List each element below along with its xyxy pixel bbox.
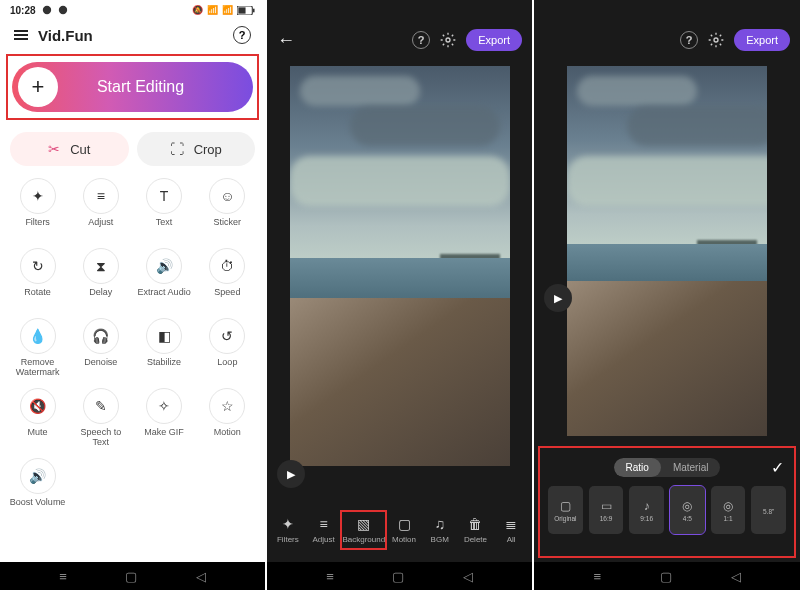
tool-denoise[interactable]: 🎧Denoise bbox=[71, 318, 130, 378]
tool-text[interactable]: TText bbox=[135, 178, 194, 238]
wifi-icon: 📶 bbox=[207, 5, 218, 15]
stabilize-icon: ◧ bbox=[146, 318, 182, 354]
tool-extract-audio[interactable]: 🔊Extract Audio bbox=[135, 248, 194, 308]
gear-icon[interactable] bbox=[440, 32, 456, 48]
recent-apps-button[interactable]: ≡ bbox=[593, 569, 601, 584]
back-arrow-button[interactable]: ← bbox=[277, 30, 295, 51]
ratio-material-tabs: Ratio Material ✓ bbox=[546, 454, 788, 480]
tool-motion[interactable]: ☆Motion bbox=[198, 388, 257, 448]
toolbar-adjust[interactable]: ≡Adjust bbox=[307, 512, 341, 548]
recent-apps-button[interactable]: ≡ bbox=[59, 569, 67, 584]
tool-sticker[interactable]: ☺Sticker bbox=[198, 178, 257, 238]
editor-header: ← ? Export bbox=[267, 20, 532, 60]
crop-button[interactable]: ⛶ Crop bbox=[137, 132, 256, 166]
tool-mute[interactable]: 🔇Mute bbox=[8, 388, 67, 448]
ratio-options: ▢Original ▭16:9 ♪9:16 ◎4:5 ◎1:1 5.8" bbox=[546, 486, 788, 534]
home-button[interactable]: ▢ bbox=[392, 569, 404, 584]
editor-header: ← ? Export bbox=[534, 20, 800, 60]
svg-point-6 bbox=[714, 38, 718, 42]
rotate-icon: ↻ bbox=[20, 248, 56, 284]
home-button[interactable]: ▢ bbox=[125, 569, 137, 584]
droplet-cross-icon: 💧 bbox=[20, 318, 56, 354]
tool-stabilize[interactable]: ◧Stabilize bbox=[135, 318, 194, 378]
svg-rect-4 bbox=[253, 8, 255, 12]
back-button[interactable]: ◁ bbox=[196, 569, 206, 584]
gif-icon: ✧ bbox=[146, 388, 182, 424]
ratio-9-16[interactable]: ♪9:16 bbox=[629, 486, 664, 534]
home-button[interactable]: ▢ bbox=[660, 569, 672, 584]
help-icon[interactable]: ? bbox=[680, 31, 698, 49]
headphones-icon: 🎧 bbox=[83, 318, 119, 354]
tool-delay[interactable]: ⧗Delay bbox=[71, 248, 130, 308]
tab-ratio[interactable]: Ratio bbox=[614, 458, 661, 477]
tool-speech-to-text[interactable]: ✎Speech to Text bbox=[71, 388, 130, 448]
gear-icon[interactable] bbox=[708, 32, 724, 48]
toolbar-filters[interactable]: ✦Filters bbox=[271, 512, 305, 548]
delete-icon: 🗑 bbox=[468, 516, 482, 532]
confirm-check-button[interactable]: ✓ bbox=[771, 458, 784, 477]
cut-button[interactable]: ✂ Cut bbox=[10, 132, 129, 166]
scissors-icon: ✂ bbox=[48, 141, 60, 157]
signal-icon: 📶 bbox=[222, 5, 233, 15]
toolbar-delete[interactable]: 🗑Delete bbox=[459, 512, 493, 548]
instagram-icon: ◎ bbox=[682, 499, 692, 513]
video-preview[interactable] bbox=[567, 66, 767, 436]
tool-rotate[interactable]: ↻Rotate bbox=[8, 248, 67, 308]
app-header: Vid.Fun ? bbox=[0, 20, 265, 50]
tool-remove-watermark[interactable]: 💧Remove Watermark bbox=[8, 318, 67, 378]
svg-point-5 bbox=[446, 38, 450, 42]
motion-icon: ▢ bbox=[398, 516, 411, 532]
video-preview[interactable] bbox=[290, 66, 510, 466]
export-button[interactable]: Export bbox=[466, 29, 522, 51]
plus-icon: + bbox=[18, 67, 58, 107]
toolbar-all[interactable]: ≣All bbox=[494, 512, 528, 548]
cut-crop-row: ✂ Cut ⛶ Crop bbox=[0, 124, 265, 174]
tool-filters[interactable]: ✦Filters bbox=[8, 178, 67, 238]
toolbar-motion[interactable]: ▢Motion bbox=[387, 512, 421, 548]
start-editing-button[interactable]: + Start Editing bbox=[12, 62, 253, 112]
panel-editor-ratio: ← ? Export ▶ Ratio Material ✓ bbox=[534, 0, 800, 590]
ratio-original[interactable]: ▢Original bbox=[548, 486, 583, 534]
app-title: Vid.Fun bbox=[38, 27, 93, 44]
list-icon: ≣ bbox=[505, 516, 517, 532]
background-icon: ▧ bbox=[357, 516, 370, 532]
ratio-4-5[interactable]: ◎4:5 bbox=[670, 486, 705, 534]
status-time: 10:28 bbox=[10, 5, 36, 16]
sliders-icon: ≡ bbox=[83, 178, 119, 214]
export-button[interactable]: Export bbox=[734, 29, 790, 51]
svg-point-0 bbox=[42, 6, 50, 14]
help-icon[interactable]: ? bbox=[233, 26, 251, 44]
tool-loop[interactable]: ↺Loop bbox=[198, 318, 257, 378]
toolbar-bgm[interactable]: ♫BGM bbox=[423, 512, 457, 548]
crop-icon: ⛶ bbox=[170, 141, 184, 157]
toolbar-background[interactable]: ▧Background bbox=[342, 512, 385, 548]
svg-point-1 bbox=[58, 6, 66, 14]
status-bar bbox=[534, 0, 800, 20]
highlight-box-ratio: Ratio Material ✓ ▢Original ▭16:9 ♪9:16 ◎… bbox=[538, 446, 796, 558]
instagram-icon: ◎ bbox=[723, 499, 733, 513]
ratio-1-1[interactable]: ◎1:1 bbox=[711, 486, 746, 534]
play-button[interactable]: ▶ bbox=[277, 460, 305, 488]
menu-icon[interactable] bbox=[14, 30, 28, 40]
ratio-5-8[interactable]: 5.8" bbox=[751, 486, 786, 534]
panel-editor-background: ← ? Export ▶ ✦Filters ≡Adjust ▧Backgroun… bbox=[267, 0, 532, 590]
back-button[interactable]: ◁ bbox=[731, 569, 741, 584]
battery-icon bbox=[237, 6, 255, 15]
back-button[interactable]: ◁ bbox=[463, 569, 473, 584]
tool-make-gif[interactable]: ✧Make GIF bbox=[135, 388, 194, 448]
tool-boost-volume[interactable]: 🔊Boost Volume bbox=[8, 458, 67, 518]
tool-speed[interactable]: ⏱Speed bbox=[198, 248, 257, 308]
tool-adjust[interactable]: ≡Adjust bbox=[71, 178, 130, 238]
status-bar: 10:28 🔕 📶 📶 bbox=[0, 0, 265, 20]
ratio-16-9[interactable]: ▭16:9 bbox=[589, 486, 624, 534]
original-icon: ▢ bbox=[560, 499, 571, 513]
play-button[interactable]: ▶ bbox=[544, 284, 572, 312]
music-icon: ♫ bbox=[434, 516, 445, 532]
tab-material[interactable]: Material bbox=[661, 458, 721, 477]
hourglass-icon: ⧗ bbox=[83, 248, 119, 284]
help-icon[interactable]: ? bbox=[412, 31, 430, 49]
system-navbar: ≡ ▢ ◁ bbox=[0, 562, 265, 590]
video-preview-area: ▶ bbox=[267, 60, 532, 498]
sparkle-icon: ✦ bbox=[282, 516, 294, 532]
recent-apps-button[interactable]: ≡ bbox=[326, 569, 334, 584]
